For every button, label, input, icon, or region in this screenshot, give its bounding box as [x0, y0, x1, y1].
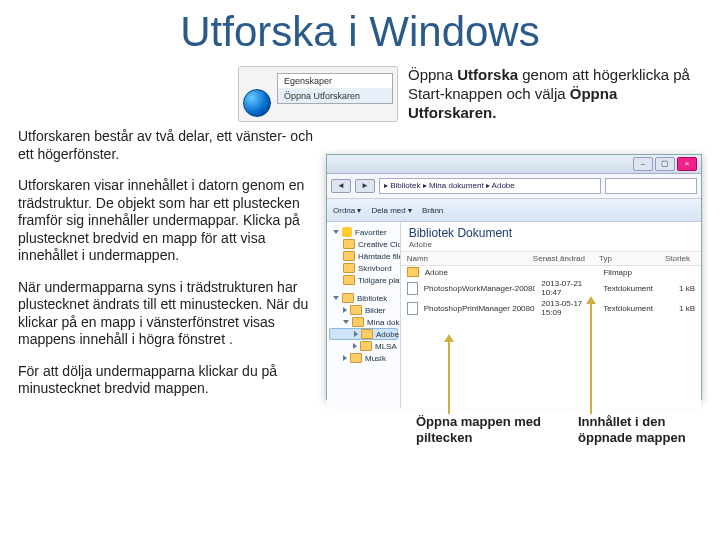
context-menu-figure: Egenskaper Öppna Utforskaren	[238, 66, 398, 122]
callout-open-folder: Öppna mappen med piltecken	[416, 414, 556, 445]
file-row[interactable]: PhotoshopWorkManager-20080817-1... 2013-…	[401, 278, 701, 298]
tree-item[interactable]: Skrivbord	[329, 262, 398, 274]
folder-icon	[343, 239, 355, 249]
maximize-button[interactable]: ▢	[655, 157, 675, 171]
instruction-text: Öppna Utforska genom att högerklicka på …	[408, 66, 708, 122]
tree-item[interactable]: Tidigare platser	[329, 274, 398, 286]
window-titlebar: – ▢ ×	[327, 155, 701, 174]
close-button[interactable]: ×	[677, 157, 697, 171]
file-row[interactable]: Adobe Filmapp	[401, 266, 701, 278]
tree-item[interactable]: Mina dokument	[329, 316, 398, 328]
library-header: Bibliotek Dokument Adobe	[401, 222, 701, 251]
search-field[interactable]	[605, 178, 697, 194]
tree-item[interactable]: Musik	[329, 352, 398, 364]
file-row[interactable]: PhotoshopPrintManager 20080517 150908 20…	[401, 298, 701, 318]
folder-icon	[407, 267, 419, 277]
folder-icon	[361, 329, 373, 339]
tree-item-adobe[interactable]: Adobe	[329, 328, 398, 340]
file-icon	[407, 302, 418, 315]
menu-item-open-explorer[interactable]: Öppna Utforskaren	[278, 89, 392, 103]
page-title: Utforska i Windows	[0, 8, 720, 56]
toolbar-organize[interactable]: Ordna ▾	[333, 206, 361, 215]
folder-icon	[343, 275, 355, 285]
folder-icon	[350, 353, 362, 363]
tree-favorites[interactable]: Favoriter	[329, 226, 398, 238]
folder-icon	[343, 263, 355, 273]
back-button[interactable]: ◄	[331, 179, 351, 193]
address-bar: ◄ ► ▸ Bibliotek ▸ Mina dokument ▸ Adobe	[327, 174, 701, 199]
tree-libraries[interactable]: Bibliotek	[329, 292, 398, 304]
paragraph-2: Utforskaren visar innehållet i datorn ge…	[18, 177, 328, 265]
minimize-button[interactable]: –	[633, 157, 653, 171]
folder-icon	[350, 305, 362, 315]
toolbar-burn[interactable]: Bränn	[422, 206, 443, 215]
tree-pane: Favoriter Creative Cloud Fi Hämtade file…	[327, 222, 401, 408]
address-field[interactable]: ▸ Bibliotek ▸ Mina dokument ▸ Adobe	[379, 178, 601, 194]
column-headers[interactable]: Namn Senast ändrad Typ Storlek	[401, 251, 701, 266]
paragraph-3: När undermapparna syns i trädstrukturen …	[18, 279, 328, 349]
explorer-window: – ▢ × ◄ ► ▸ Bibliotek ▸ Mina dokument ▸ …	[326, 154, 702, 400]
file-icon	[407, 282, 418, 295]
tree-item[interactable]: Bilder	[329, 304, 398, 316]
start-orb-icon[interactable]	[243, 89, 271, 117]
tree-item[interactable]: Creative Cloud Fi	[329, 238, 398, 250]
folder-icon	[343, 251, 355, 261]
arrow-icon	[590, 302, 592, 414]
content-area: Egenskaper Öppna Utforskaren Öppna Utfor…	[0, 66, 720, 398]
tree-item[interactable]: MLSA	[329, 340, 398, 352]
file-pane: Bibliotek Dokument Adobe Namn Senast änd…	[401, 222, 701, 408]
arrow-icon	[448, 340, 450, 414]
folder-icon	[352, 317, 364, 327]
menu-item-properties[interactable]: Egenskaper	[278, 74, 392, 89]
folder-icon	[342, 293, 354, 303]
tree-item[interactable]: Hämtade filer	[329, 250, 398, 262]
paragraph-1: Utforskaren består av två delar, ett vän…	[18, 128, 328, 163]
toolbar-share[interactable]: Dela med ▾	[371, 206, 411, 215]
paragraph-4: För att dölja undermapparna klickar du p…	[18, 363, 328, 398]
context-menu: Egenskaper Öppna Utforskaren	[277, 73, 393, 104]
callout-folder-content: Innhållet i den öppnade mappen	[578, 414, 718, 445]
explorer-body: Favoriter Creative Cloud Fi Hämtade file…	[327, 222, 701, 408]
forward-button[interactable]: ►	[355, 179, 375, 193]
folder-icon	[360, 341, 372, 351]
star-icon	[342, 227, 352, 237]
explorer-toolbar: Ordna ▾ Dela med ▾ Bränn	[327, 199, 701, 222]
